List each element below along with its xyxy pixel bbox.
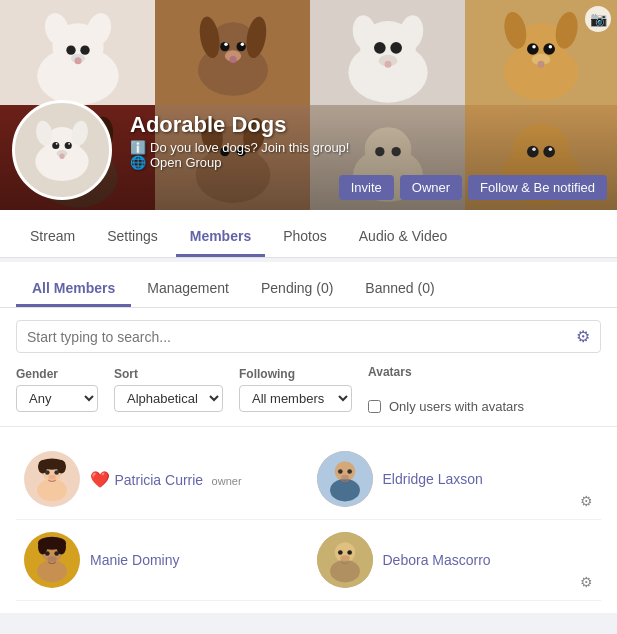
avatar-filter-row: Only users with avatars xyxy=(368,399,524,414)
avatar-manie xyxy=(24,532,80,588)
svg-point-35 xyxy=(538,61,545,68)
svg-point-30 xyxy=(527,43,539,55)
cover-area: 📷 xyxy=(0,0,617,210)
gear-icon-eldridge[interactable]: ⚙ xyxy=(580,493,593,509)
svg-point-15 xyxy=(240,43,244,47)
member-info-debora: Debora Mascorro xyxy=(383,551,594,569)
sort-label: Sort xyxy=(114,367,223,381)
avatar-debora xyxy=(317,532,373,588)
search-row: ⚙ xyxy=(16,320,601,353)
svg-point-32 xyxy=(532,45,536,49)
svg-point-75 xyxy=(39,458,65,469)
cover-cell-1 xyxy=(0,0,155,105)
cover-cell-2 xyxy=(155,0,310,105)
settings-gear-icon[interactable]: ⚙ xyxy=(576,327,590,346)
svg-point-83 xyxy=(347,469,352,474)
sub-tab-banned[interactable]: Banned (0) xyxy=(349,272,450,307)
member-card-patricia: ❤️ Patricia Currie owner xyxy=(16,439,309,520)
svg-point-65 xyxy=(68,143,70,145)
following-label: Following xyxy=(239,367,352,381)
follow-button[interactable]: Follow & Be notified xyxy=(468,175,607,200)
sub-tabs: All Members Management Pending (0) Banne… xyxy=(0,262,617,308)
info-icon: ℹ️ xyxy=(130,140,146,155)
avatars-checkbox[interactable] xyxy=(368,400,381,413)
svg-point-99 xyxy=(340,555,349,561)
member-card-debora: Debora Mascorro ⚙ xyxy=(309,520,602,601)
sub-tab-pending[interactable]: Pending (0) xyxy=(245,272,349,307)
svg-point-7 xyxy=(74,57,81,64)
following-filter-group: Following All members Following Not foll… xyxy=(239,367,352,412)
svg-point-17 xyxy=(229,56,236,63)
owner-button[interactable]: Owner xyxy=(400,175,462,200)
avatars-label: Avatars xyxy=(368,365,524,379)
svg-point-92 xyxy=(54,551,59,556)
group-type: 🌐 Open Group xyxy=(130,155,605,170)
action-buttons: Invite Owner Follow & Be notified xyxy=(339,175,607,200)
svg-point-62 xyxy=(52,142,59,149)
member-info-eldridge: Eldridge Laxson xyxy=(383,470,594,488)
svg-point-23 xyxy=(390,42,402,54)
camera-icon[interactable]: 📷 xyxy=(585,6,611,32)
tab-stream[interactable]: Stream xyxy=(16,218,89,257)
tab-members[interactable]: Members xyxy=(176,218,265,257)
members-grid: ❤️ Patricia Currie owner xyxy=(16,439,601,601)
svg-point-63 xyxy=(65,142,72,149)
svg-point-5 xyxy=(80,46,89,55)
member-card-eldridge: Eldridge Laxson ⚙ xyxy=(309,439,602,520)
gender-label: Gender xyxy=(16,367,98,381)
member-card-manie: Manie Dominy xyxy=(16,520,309,601)
svg-point-14 xyxy=(224,43,228,47)
sub-tab-all-members[interactable]: All Members xyxy=(16,272,131,307)
tab-audio-video[interactable]: Audio & Video xyxy=(345,218,461,257)
group-avatar xyxy=(12,100,112,200)
svg-point-90 xyxy=(38,537,66,550)
nav-tabs: Stream Settings Members Photos Audio & V… xyxy=(0,210,617,258)
globe-icon: 🌐 xyxy=(130,155,146,170)
svg-point-81 xyxy=(330,479,360,501)
svg-point-4 xyxy=(66,46,75,55)
avatar-eldridge xyxy=(317,451,373,507)
members-area: ❤️ Patricia Currie owner xyxy=(0,427,617,613)
avatars-checkbox-label: Only users with avatars xyxy=(389,399,524,414)
tab-photos[interactable]: Photos xyxy=(269,218,341,257)
svg-point-84 xyxy=(341,475,348,480)
svg-point-33 xyxy=(549,45,553,49)
svg-point-97 xyxy=(338,550,343,555)
filter-row: Gender Any Male Female Sort Alphabetical… xyxy=(16,365,601,414)
svg-point-82 xyxy=(338,469,343,474)
member-info-manie: Manie Dominy xyxy=(90,551,301,569)
following-select[interactable]: All members Following Not following xyxy=(239,385,352,412)
sort-select[interactable]: Alphabetical Last active Newest xyxy=(114,385,223,412)
svg-point-91 xyxy=(45,551,50,556)
group-description: ℹ️ Do you love dogs? Join this group! xyxy=(130,140,605,155)
svg-point-25 xyxy=(384,61,391,68)
svg-point-72 xyxy=(37,479,67,501)
gender-select[interactable]: Any Male Female xyxy=(16,385,98,412)
svg-point-77 xyxy=(54,470,59,475)
gear-icon-debora[interactable]: ⚙ xyxy=(580,574,593,590)
member-name-patricia[interactable]: ❤️ Patricia Currie owner xyxy=(90,470,301,489)
svg-point-31 xyxy=(543,43,555,55)
sub-tab-management[interactable]: Management xyxy=(131,272,245,307)
svg-point-78 xyxy=(48,475,55,480)
gender-filter-group: Gender Any Male Female xyxy=(16,367,98,412)
avatar-patricia xyxy=(24,451,80,507)
group-name: Adorable Dogs xyxy=(130,112,605,138)
svg-point-67 xyxy=(59,154,64,159)
search-input[interactable] xyxy=(27,329,568,345)
heart-icon-patricia: ❤️ xyxy=(90,471,110,488)
search-filter-area: ⚙ Gender Any Male Female Sort Alphabetic… xyxy=(0,308,617,427)
tab-settings[interactable]: Settings xyxy=(93,218,172,257)
svg-point-64 xyxy=(56,143,58,145)
invite-button[interactable]: Invite xyxy=(339,175,394,200)
sort-filter-group: Sort Alphabetical Last active Newest xyxy=(114,367,223,412)
cover-cell-4: 📷 xyxy=(465,0,617,105)
cover-cell-3 xyxy=(310,0,465,105)
avatars-filter-group: Avatars Only users with avatars xyxy=(368,365,524,414)
member-info-patricia: ❤️ Patricia Currie owner xyxy=(90,470,301,489)
svg-point-93 xyxy=(47,556,56,562)
svg-point-22 xyxy=(374,42,386,54)
svg-point-76 xyxy=(45,470,50,475)
svg-point-98 xyxy=(347,550,352,555)
